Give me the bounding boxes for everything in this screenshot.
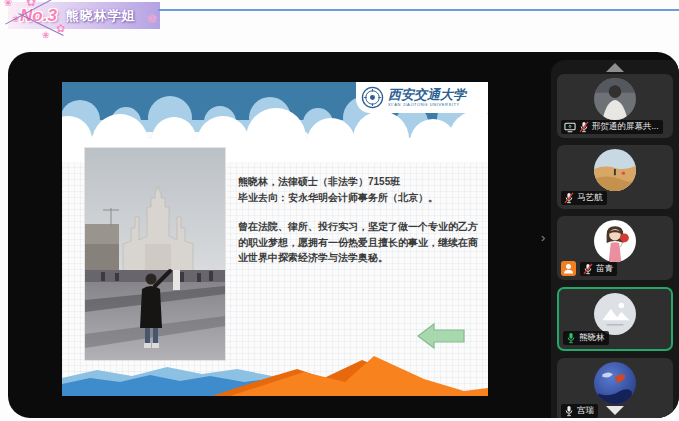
participant-name: 苗青 [596, 263, 613, 275]
participant-name: 马艺航 [577, 192, 603, 204]
mic-active-icon [566, 332, 576, 344]
participant-name: 邢贺通的屏幕共... [592, 121, 659, 133]
avatar [594, 220, 636, 262]
sidebar-collapse-chevron-icon[interactable]: › [541, 230, 545, 245]
profile-text: 熊晓林，法律硕士（非法学）7155班 毕业去向：安永华明会计师事务所（北京）。 … [238, 174, 480, 266]
alumni-photo [85, 148, 225, 360]
presentation-slide: 西安交通大学 XI'AN JIAOTONG UNIVERSITY [62, 82, 488, 396]
participant-tile-screenshare[interactable]: 邢贺通的屏幕共... [557, 74, 673, 138]
avatar [594, 362, 636, 404]
wave-footer-graphic [62, 348, 488, 396]
participant-label: 马艺航 [561, 191, 607, 205]
mic-muted-icon [579, 121, 589, 133]
participant-tile[interactable]: 马艺航 [557, 145, 673, 209]
mic-icon [564, 405, 574, 417]
university-logo: 西安交通大学 XI'AN JIAOTONG UNIVERSITY [356, 82, 488, 113]
avatar [594, 78, 636, 120]
participants-panel: 邢贺通的屏幕共... [551, 60, 679, 418]
profile-line2: 毕业去向：安永华明会计师事务所（北京）。 [238, 190, 480, 206]
section-title: 熊晓林学姐 [66, 7, 136, 25]
participant-tile-active-speaker[interactable]: 熊晓林 [557, 287, 673, 351]
participant-label: 熊晓林 [563, 331, 609, 345]
participant-name: 熊晓林 [579, 332, 605, 344]
section-number: No.3 [20, 6, 57, 26]
participant-tile-host[interactable]: 苗青 [557, 216, 673, 280]
mic-muted-icon [564, 192, 574, 204]
blossom-icon: ❀ [42, 30, 50, 40]
mic-muted-icon [583, 263, 593, 275]
participant-label: 邢贺通的屏幕共... [561, 120, 663, 134]
university-name-cn: 西安交通大学 [388, 88, 466, 101]
scroll-up-arrow-icon[interactable] [606, 63, 624, 72]
participant-label: 宫瑞 [561, 404, 598, 418]
university-emblem-icon [361, 86, 384, 109]
header-divider-line [158, 9, 679, 11]
meeting-shared-screen: 西安交通大学 XI'AN JIAOTONG UNIVERSITY [8, 52, 679, 418]
left-arrow-icon [416, 322, 466, 350]
section-banner: No.3 熊晓林学姐 [8, 2, 160, 29]
profile-line1: 熊晓林，法律硕士（非法学）7155班 [238, 174, 480, 190]
avatar [594, 293, 636, 335]
host-badge-icon [561, 261, 576, 276]
avatar [594, 149, 636, 191]
participant-tiles: 邢贺通的屏幕共... [557, 74, 673, 418]
scroll-down-arrow-icon[interactable] [606, 406, 624, 415]
university-name-en: XI'AN JIAOTONG UNIVERSITY [388, 103, 466, 107]
profile-paragraph: 曾在法院、律所、投行实习，坚定了做一个专业的乙方的职业梦想，愿拥有一份热爱且擅长… [238, 219, 480, 266]
participant-name: 宫瑞 [577, 405, 594, 417]
screen-share-icon [564, 122, 576, 133]
participant-label: 苗青 [580, 262, 617, 276]
